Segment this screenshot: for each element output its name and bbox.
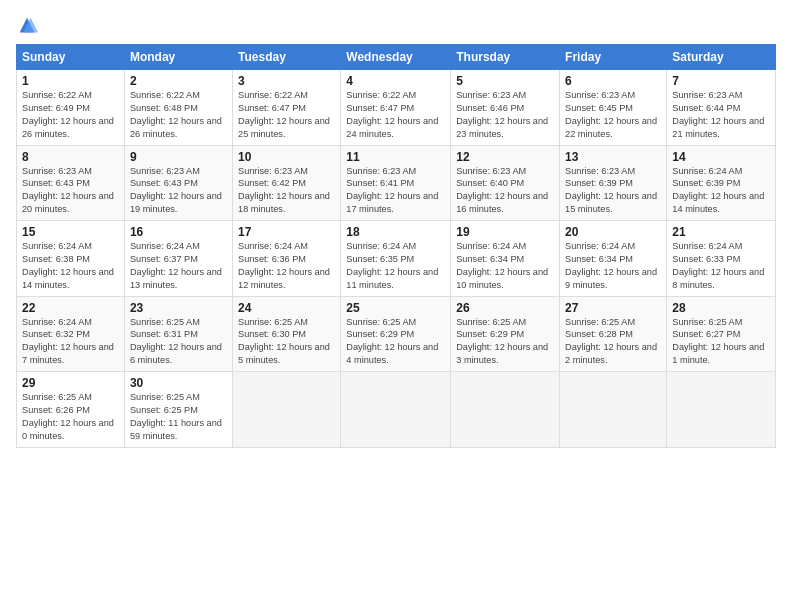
day-number: 2 [130,74,227,88]
day-number: 28 [672,301,770,315]
calendar-day-cell: 14Sunrise: 6:24 AMSunset: 6:39 PMDayligh… [667,145,776,221]
day-info: Sunrise: 6:23 AMSunset: 6:43 PMDaylight:… [22,165,119,217]
weekday-header-wednesday: Wednesday [341,45,451,70]
day-info: Sunrise: 6:24 AMSunset: 6:32 PMDaylight:… [22,316,119,368]
day-number: 15 [22,225,119,239]
day-number: 22 [22,301,119,315]
calendar-week-row: 22Sunrise: 6:24 AMSunset: 6:32 PMDayligh… [17,296,776,372]
day-info: Sunrise: 6:23 AMSunset: 6:43 PMDaylight:… [130,165,227,217]
weekday-header-thursday: Thursday [451,45,560,70]
calendar-day-cell: 2Sunrise: 6:22 AMSunset: 6:48 PMDaylight… [124,70,232,146]
calendar-day-cell: 13Sunrise: 6:23 AMSunset: 6:39 PMDayligh… [560,145,667,221]
day-info: Sunrise: 6:25 AMSunset: 6:25 PMDaylight:… [130,391,227,443]
day-number: 19 [456,225,554,239]
weekday-header-saturday: Saturday [667,45,776,70]
day-info: Sunrise: 6:22 AMSunset: 6:49 PMDaylight:… [22,89,119,141]
day-info: Sunrise: 6:25 AMSunset: 6:28 PMDaylight:… [565,316,661,368]
day-info: Sunrise: 6:25 AMSunset: 6:27 PMDaylight:… [672,316,770,368]
day-info: Sunrise: 6:23 AMSunset: 6:42 PMDaylight:… [238,165,335,217]
day-number: 26 [456,301,554,315]
day-info: Sunrise: 6:24 AMSunset: 6:38 PMDaylight:… [22,240,119,292]
calendar-day-cell: 20Sunrise: 6:24 AMSunset: 6:34 PMDayligh… [560,221,667,297]
day-info: Sunrise: 6:25 AMSunset: 6:29 PMDaylight:… [456,316,554,368]
day-info: Sunrise: 6:24 AMSunset: 6:35 PMDaylight:… [346,240,445,292]
day-number: 18 [346,225,445,239]
day-number: 5 [456,74,554,88]
weekday-header-row: SundayMondayTuesdayWednesdayThursdayFrid… [17,45,776,70]
page: SundayMondayTuesdayWednesdayThursdayFrid… [0,0,792,612]
header [16,12,776,38]
day-info: Sunrise: 6:23 AMSunset: 6:39 PMDaylight:… [565,165,661,217]
day-number: 14 [672,150,770,164]
calendar-day-cell [667,372,776,448]
calendar-day-cell: 21Sunrise: 6:24 AMSunset: 6:33 PMDayligh… [667,221,776,297]
calendar-day-cell: 1Sunrise: 6:22 AMSunset: 6:49 PMDaylight… [17,70,125,146]
day-info: Sunrise: 6:23 AMSunset: 6:46 PMDaylight:… [456,89,554,141]
calendar-day-cell: 7Sunrise: 6:23 AMSunset: 6:44 PMDaylight… [667,70,776,146]
day-number: 29 [22,376,119,390]
calendar-day-cell: 30Sunrise: 6:25 AMSunset: 6:25 PMDayligh… [124,372,232,448]
day-info: Sunrise: 6:22 AMSunset: 6:48 PMDaylight:… [130,89,227,141]
day-number: 11 [346,150,445,164]
day-number: 1 [22,74,119,88]
calendar-day-cell [233,372,341,448]
calendar-day-cell: 28Sunrise: 6:25 AMSunset: 6:27 PMDayligh… [667,296,776,372]
calendar-day-cell: 29Sunrise: 6:25 AMSunset: 6:26 PMDayligh… [17,372,125,448]
calendar-day-cell: 18Sunrise: 6:24 AMSunset: 6:35 PMDayligh… [341,221,451,297]
day-info: Sunrise: 6:24 AMSunset: 6:34 PMDaylight:… [565,240,661,292]
calendar-day-cell: 19Sunrise: 6:24 AMSunset: 6:34 PMDayligh… [451,221,560,297]
day-info: Sunrise: 6:22 AMSunset: 6:47 PMDaylight:… [346,89,445,141]
day-info: Sunrise: 6:23 AMSunset: 6:44 PMDaylight:… [672,89,770,141]
day-number: 30 [130,376,227,390]
day-number: 13 [565,150,661,164]
day-info: Sunrise: 6:25 AMSunset: 6:31 PMDaylight:… [130,316,227,368]
weekday-header-friday: Friday [560,45,667,70]
day-info: Sunrise: 6:23 AMSunset: 6:40 PMDaylight:… [456,165,554,217]
day-number: 8 [22,150,119,164]
weekday-header-sunday: Sunday [17,45,125,70]
day-info: Sunrise: 6:24 AMSunset: 6:39 PMDaylight:… [672,165,770,217]
calendar-day-cell: 24Sunrise: 6:25 AMSunset: 6:30 PMDayligh… [233,296,341,372]
day-number: 10 [238,150,335,164]
calendar-day-cell: 4Sunrise: 6:22 AMSunset: 6:47 PMDaylight… [341,70,451,146]
day-number: 17 [238,225,335,239]
calendar-day-cell: 5Sunrise: 6:23 AMSunset: 6:46 PMDaylight… [451,70,560,146]
day-number: 27 [565,301,661,315]
weekday-header-monday: Monday [124,45,232,70]
day-info: Sunrise: 6:25 AMSunset: 6:29 PMDaylight:… [346,316,445,368]
calendar-week-row: 1Sunrise: 6:22 AMSunset: 6:49 PMDaylight… [17,70,776,146]
day-number: 6 [565,74,661,88]
calendar-day-cell: 23Sunrise: 6:25 AMSunset: 6:31 PMDayligh… [124,296,232,372]
calendar-day-cell: 10Sunrise: 6:23 AMSunset: 6:42 PMDayligh… [233,145,341,221]
day-number: 23 [130,301,227,315]
day-number: 9 [130,150,227,164]
calendar-day-cell: 3Sunrise: 6:22 AMSunset: 6:47 PMDaylight… [233,70,341,146]
calendar-day-cell: 16Sunrise: 6:24 AMSunset: 6:37 PMDayligh… [124,221,232,297]
calendar-day-cell: 26Sunrise: 6:25 AMSunset: 6:29 PMDayligh… [451,296,560,372]
calendar-day-cell: 11Sunrise: 6:23 AMSunset: 6:41 PMDayligh… [341,145,451,221]
day-number: 21 [672,225,770,239]
calendar-day-cell [341,372,451,448]
day-info: Sunrise: 6:24 AMSunset: 6:37 PMDaylight:… [130,240,227,292]
calendar-day-cell: 6Sunrise: 6:23 AMSunset: 6:45 PMDaylight… [560,70,667,146]
logo [16,16,42,38]
day-number: 3 [238,74,335,88]
day-number: 16 [130,225,227,239]
day-info: Sunrise: 6:23 AMSunset: 6:45 PMDaylight:… [565,89,661,141]
day-number: 20 [565,225,661,239]
calendar-week-row: 15Sunrise: 6:24 AMSunset: 6:38 PMDayligh… [17,221,776,297]
day-number: 12 [456,150,554,164]
calendar-day-cell [560,372,667,448]
day-number: 7 [672,74,770,88]
calendar-day-cell: 9Sunrise: 6:23 AMSunset: 6:43 PMDaylight… [124,145,232,221]
calendar-day-cell: 27Sunrise: 6:25 AMSunset: 6:28 PMDayligh… [560,296,667,372]
calendar-day-cell: 25Sunrise: 6:25 AMSunset: 6:29 PMDayligh… [341,296,451,372]
calendar-day-cell [451,372,560,448]
calendar-week-row: 8Sunrise: 6:23 AMSunset: 6:43 PMDaylight… [17,145,776,221]
calendar-week-row: 29Sunrise: 6:25 AMSunset: 6:26 PMDayligh… [17,372,776,448]
day-info: Sunrise: 6:25 AMSunset: 6:26 PMDaylight:… [22,391,119,443]
day-number: 24 [238,301,335,315]
calendar-day-cell: 22Sunrise: 6:24 AMSunset: 6:32 PMDayligh… [17,296,125,372]
day-info: Sunrise: 6:25 AMSunset: 6:30 PMDaylight:… [238,316,335,368]
day-info: Sunrise: 6:22 AMSunset: 6:47 PMDaylight:… [238,89,335,141]
